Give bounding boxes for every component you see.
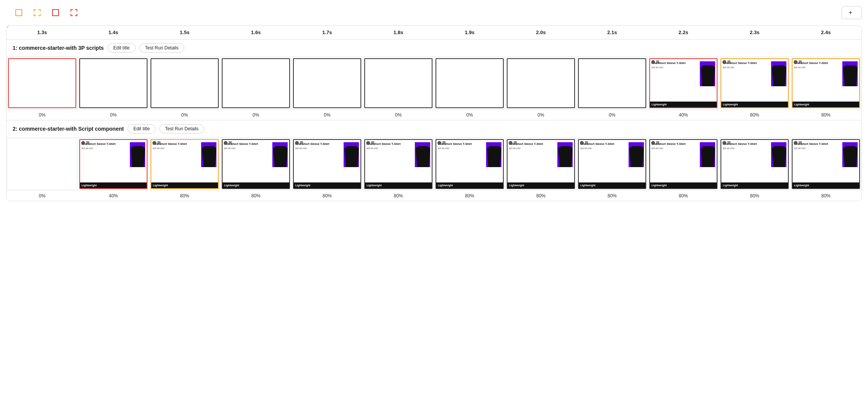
- product-shirt-image: [772, 146, 786, 167]
- product-card-icons: [794, 141, 802, 145]
- icon-lines: [799, 60, 802, 64]
- frame-6[interactable]: New Short Sleeve T-Shirt $25.99 USD Ligh…: [436, 139, 504, 189]
- frame-9[interactable]: New Short Sleeve T-Shirt $25.99 USD Ligh…: [649, 58, 717, 108]
- frame-2[interactable]: New Short Sleeve T-Shirt $25.99 USD Ligh…: [151, 139, 219, 189]
- section-1-edit-title-button[interactable]: Edit title: [108, 43, 136, 53]
- filmstrip-frame[interactable]: [149, 57, 220, 110]
- filmstrip-frame[interactable]: [7, 57, 78, 110]
- product-shirt-image: [487, 146, 501, 167]
- icon-circle: [224, 141, 228, 145]
- filmstrip-frame[interactable]: [78, 57, 149, 110]
- adjust-filmstrip-button[interactable]: +: [842, 6, 862, 19]
- filmstrip-frame[interactable]: [220, 57, 292, 110]
- icon-lines: [656, 60, 660, 64]
- empty-frame: [9, 59, 75, 107]
- filmstrip-frame[interactable]: [505, 57, 576, 110]
- frame-8[interactable]: [578, 58, 646, 108]
- percentage-cell: 80%: [434, 191, 505, 201]
- filmstrip-frame[interactable]: [576, 57, 648, 110]
- frame-10[interactable]: New Short Sleeve T-Shirt $25.99 USD Ligh…: [721, 139, 789, 189]
- filmstrip-frame[interactable]: New Short Sleeve T-Shirt $25.99 USD Ligh…: [719, 57, 790, 110]
- product-card-top: New Short Sleeve T-Shirt $25.99 USD: [294, 140, 360, 182]
- frame-6[interactable]: [436, 58, 504, 108]
- icon-circle: [81, 141, 85, 145]
- section-2-edit-title-button[interactable]: Edit title: [128, 124, 156, 133]
- frame-0[interactable]: [8, 58, 76, 108]
- product-card-top: New Short Sleeve T-Shirt $25.99 USD: [721, 140, 788, 182]
- filmstrip-frame[interactable]: New Short Sleeve T-Shirt $25.99 USD Ligh…: [78, 138, 149, 191]
- frame-7[interactable]: [507, 58, 575, 108]
- empty-frame: [508, 59, 574, 107]
- filmstrip-frame[interactable]: [363, 57, 434, 110]
- frame-11[interactable]: New Short Sleeve T-Shirt $25.99 USD Ligh…: [792, 139, 860, 189]
- product-card-text: New Short Sleeve T-Shirt $25.99 USD: [224, 142, 272, 182]
- section-1-test-run-button[interactable]: Test Run Details: [139, 43, 184, 53]
- frame-1[interactable]: [79, 58, 147, 108]
- frame-1[interactable]: New Short Sleeve T-Shirt $25.99 USD Ligh…: [79, 139, 147, 189]
- product-card-text: New Short Sleeve T-Shirt $25.99 USD: [652, 61, 699, 101]
- frame-2[interactable]: [151, 58, 219, 108]
- percentage-cell: 80%: [149, 191, 220, 201]
- filmstrip-frame[interactable]: New Short Sleeve T-Shirt $25.99 USD Ligh…: [790, 138, 861, 191]
- product-card-icons: [224, 141, 233, 145]
- filmstrip-frame[interactable]: New Short Sleeve T-Shirt $25.99 USD Ligh…: [648, 57, 719, 110]
- timeline-tick: 2.3s: [719, 30, 790, 35]
- product-card-bottom: Lightweight: [365, 182, 432, 188]
- section-2-test-run-button[interactable]: Test Run Details: [159, 124, 204, 133]
- product-card-icons: [81, 141, 90, 145]
- empty-frame: [436, 59, 503, 107]
- filmstrip-frame[interactable]: New Short Sleeve T-Shirt $25.99 USD Ligh…: [434, 138, 505, 191]
- frame-0[interactable]: [8, 139, 76, 189]
- product-price: $25.99 USD: [652, 66, 699, 69]
- empty-frame: [151, 59, 218, 107]
- product-card-icons: [366, 141, 375, 145]
- filmstrip-frame[interactable]: New Short Sleeve T-Shirt $25.99 USD Ligh…: [292, 138, 363, 191]
- percentage-cell: 0%: [7, 110, 78, 120]
- section-2: 2: commerce-starter-with Script componen…: [7, 120, 861, 201]
- product-card-image: [629, 142, 644, 167]
- legend-item-visual-change: [15, 9, 25, 16]
- frame-5[interactable]: New Short Sleeve T-Shirt $25.99 USD Ligh…: [364, 139, 432, 189]
- frame-3[interactable]: [222, 58, 290, 108]
- product-card-image: [272, 142, 288, 167]
- product-card-top: New Short Sleeve T-Shirt $25.99 USD: [80, 140, 147, 182]
- percentage-cell: 40%: [78, 191, 149, 201]
- frame-5[interactable]: [364, 58, 432, 108]
- section-1-pct-row: 0%0%0%0%0%0%0%0%0%40%80%80%: [7, 110, 861, 120]
- product-card-top: New Short Sleeve T-Shirt $25.99 USD: [508, 140, 574, 182]
- frame-7[interactable]: New Short Sleeve T-Shirt $25.99 USD Ligh…: [507, 139, 575, 189]
- product-shirt-image: [843, 65, 858, 86]
- filmstrip-frame[interactable]: New Short Sleeve T-Shirt $25.99 USD Ligh…: [363, 138, 434, 191]
- frame-11[interactable]: New Short Sleeve T-Shirt $25.99 USD Ligh…: [792, 58, 860, 108]
- icon-lines: [442, 141, 446, 145]
- frame-8[interactable]: New Short Sleeve T-Shirt $25.99 USD Ligh…: [578, 139, 646, 189]
- product-price: $25.99 USD: [367, 147, 414, 149]
- empty-frame: [223, 59, 289, 107]
- frame-4[interactable]: New Short Sleeve T-Shirt $25.99 USD Ligh…: [293, 139, 361, 189]
- filmstrip-frame[interactable]: New Short Sleeve T-Shirt $25.99 USD Ligh…: [648, 138, 719, 191]
- filmstrip-frame[interactable]: [434, 57, 505, 110]
- product-card-bottom: Lightweight: [80, 182, 147, 188]
- percentage-cell: 0%: [149, 110, 220, 120]
- frame-3[interactable]: New Short Sleeve T-Shirt $25.99 USD Ligh…: [222, 139, 290, 189]
- timeline-tick: 1.7s: [292, 30, 363, 35]
- section-2-filmstrip: New Short Sleeve T-Shirt $25.99 USD Ligh…: [7, 138, 861, 191]
- filmstrip-frame[interactable]: New Short Sleeve T-Shirt $25.99 USD Ligh…: [576, 138, 648, 191]
- frame-4[interactable]: [293, 58, 361, 108]
- frame-10[interactable]: New Short Sleeve T-Shirt $25.99 USD Ligh…: [721, 58, 789, 108]
- product-shirt-image: [629, 146, 644, 167]
- filmstrip-frame[interactable]: New Short Sleeve T-Shirt $25.99 USD Ligh…: [790, 57, 861, 110]
- product-card-bottom: Lightweight: [650, 102, 717, 107]
- timeline-tick: 1.8s: [363, 30, 434, 35]
- filmstrip-frame[interactable]: [7, 138, 78, 191]
- filmstrip-frame[interactable]: New Short Sleeve T-Shirt $25.99 USD Ligh…: [505, 138, 576, 191]
- filmstrip-frame[interactable]: New Short Sleeve T-Shirt $25.99 USD Ligh…: [220, 138, 292, 191]
- percentage-cell: 0%: [576, 110, 648, 120]
- product-card: New Short Sleeve T-Shirt $25.99 USD Ligh…: [721, 140, 788, 188]
- frame-9[interactable]: New Short Sleeve T-Shirt $25.99 USD Ligh…: [649, 139, 717, 189]
- filmstrip-frame[interactable]: New Short Sleeve T-Shirt $25.99 USD Ligh…: [149, 138, 220, 191]
- filmstrip-frame[interactable]: New Short Sleeve T-Shirt $25.99 USD Ligh…: [719, 138, 790, 191]
- timeline-tick: 1.6s: [220, 30, 292, 35]
- product-card-text: New Short Sleeve T-Shirt $25.99 USD: [509, 142, 557, 182]
- filmstrip-frame[interactable]: [292, 57, 363, 110]
